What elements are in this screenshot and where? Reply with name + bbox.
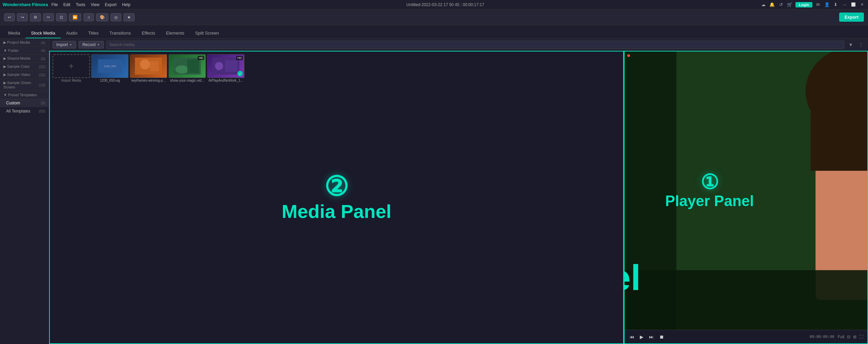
more-options-icon[interactable]: ⋮	[857, 41, 865, 48]
svg-point-3	[140, 59, 150, 69]
audio-button[interactable]: ♫	[83, 13, 94, 21]
fullscreen-button[interactable]: ⛶	[859, 335, 863, 339]
video-overlay-dot	[627, 54, 630, 57]
menu-tools[interactable]: Tools	[76, 2, 85, 7]
svg-rect-4	[150, 61, 159, 71]
cut-button[interactable]: ✂	[43, 13, 54, 21]
player-prev-button[interactable]: ⏮	[629, 333, 635, 341]
sidebar-section-shared-media[interactable]: ▶ Shared Media (0)	[0, 55, 49, 63]
media-item-2[interactable]: keyframes-winning-p...	[130, 54, 167, 82]
media-thumb-4: HD ✓	[207, 54, 244, 78]
player-panel: Player Panel ① Player Panel ⏮ ▶ ⏭	[624, 51, 868, 344]
panels-row: + Import Media 1200_650 1200_650-og	[49, 51, 868, 344]
nav-tabs: Media Stock Media Audio Titles Transitio…	[0, 25, 868, 39]
player-video: Player Panel ① Player Panel	[625, 52, 867, 330]
app-logo: Wondershare Filmora	[3, 2, 48, 7]
tab-media[interactable]: Media	[3, 28, 25, 38]
settings-button[interactable]: ⚙	[30, 13, 41, 21]
player-panel-name: Player Panel	[665, 193, 754, 209]
sidebar-section-sample-color[interactable]: ▶ Sample Color (25)	[0, 63, 49, 71]
tab-transitions[interactable]: Transitions	[104, 28, 136, 38]
player-right-controls: Full ⊟ ⊞ ⛶	[838, 335, 863, 339]
import-media-button[interactable]: +	[53, 54, 90, 78]
toolbar: ↩ ↪ ⚙ ✂ ⊡ ⏩ ♫ 🎨 ◎ ★ Export	[0, 9, 868, 25]
media-check-4: ✓	[237, 71, 243, 76]
maximize-button[interactable]: ⬜	[850, 2, 856, 8]
media-badge-3: HD	[198, 56, 204, 60]
import-button[interactable]: Import ▼	[53, 41, 76, 48]
tab-effects[interactable]: Effects	[136, 28, 161, 38]
svg-point-9	[215, 62, 223, 70]
window-title: Untitled-2022-03-22 17 50 45 : 00:00:17:…	[407, 2, 485, 7]
minimize-button[interactable]: ─	[842, 2, 848, 8]
main-area: ▶ Project Media (4) ▼ Folder (4) ▶ Share…	[0, 39, 868, 344]
media-item-1[interactable]: 1200_650 1200_650-og	[91, 54, 129, 82]
media-badge-4: HD	[236, 56, 243, 60]
zoom-out-button[interactable]: ⊟	[847, 335, 850, 339]
sidebar-item-custom[interactable]: Custom (0)	[0, 99, 49, 107]
export-button[interactable]: Export	[839, 13, 864, 22]
sidebar-section-sample-green[interactable]: ▶ Sample Green Screen (10)	[0, 79, 49, 91]
notification-icon[interactable]: 🔔	[769, 2, 775, 8]
menu-export[interactable]: Export	[105, 2, 117, 7]
import-media-label: Import Media	[53, 79, 90, 82]
login-button[interactable]: Login	[795, 2, 812, 7]
color-button[interactable]: 🎨	[96, 13, 108, 21]
cart-icon[interactable]: 🛒	[787, 2, 793, 8]
content-area: Import ▼ Record ▼ ▼ ⋮ + Import Media	[49, 39, 868, 344]
svg-point-6	[175, 65, 189, 74]
mail-icon[interactable]: ✉	[815, 2, 821, 8]
record-button[interactable]: Record ▼	[79, 41, 104, 48]
filter-icon[interactable]: ▼	[847, 41, 854, 48]
player-controls: ⏮ ▶ ⏭ ⏹ 00:00:00:00 Full ⊟ ⊞ ⛶	[625, 330, 867, 343]
close-button[interactable]: ✕	[859, 2, 865, 8]
player-video-bg: Player Panel ① Player Panel	[625, 52, 867, 330]
player-panel-label: ① Player Panel	[665, 172, 754, 209]
media-panel-name: Media Panel	[282, 200, 392, 222]
media-toolbar: Import ▼ Record ▼ ▼ ⋮	[49, 39, 868, 51]
ai-button[interactable]: ★	[123, 13, 135, 21]
player-play-button[interactable]: ▶	[639, 333, 645, 341]
media-panel-number: ②	[282, 173, 392, 200]
sidebar-section-folder[interactable]: ▼ Folder (4)	[0, 47, 49, 55]
tab-split-screen[interactable]: Split Screen	[190, 28, 224, 38]
tab-titles[interactable]: Titles	[83, 28, 104, 38]
menu-view[interactable]: View	[91, 2, 99, 7]
speed-button[interactable]: ⏩	[69, 13, 81, 21]
zoom-in-button[interactable]: ⊞	[853, 335, 856, 339]
tab-audio[interactable]: Audio	[61, 28, 83, 38]
sidebar-section-project-media[interactable]: ▶ Project Media (4)	[0, 39, 49, 47]
search-input[interactable]	[106, 41, 845, 49]
title-bar-menu: File Edit Tools View Export Help	[51, 2, 130, 7]
full-label: Full	[838, 335, 844, 339]
media-item-3[interactable]: HD show-your-magic-vid...	[169, 54, 206, 82]
media-label-1: 1200_650-og	[91, 79, 129, 82]
undo-button[interactable]: ↩	[4, 13, 15, 21]
tab-elements[interactable]: Elements	[160, 28, 190, 38]
media-thumb-1: 1200_650	[91, 54, 129, 78]
player-stop-button[interactable]: ⏹	[658, 333, 665, 341]
toolbar-left: ↩ ↪ ⚙ ✂ ⊡ ⏩ ♫ 🎨 ◎ ★	[4, 13, 135, 21]
sidebar-section-preset-templates[interactable]: ▼ Preset Templates	[0, 91, 49, 99]
sidebar-section-sample-video[interactable]: ▶ Sample Video (20)	[0, 71, 49, 79]
download-icon[interactable]: ⬇	[833, 2, 839, 8]
media-label-2: keyframes-winning-p...	[130, 79, 167, 82]
menu-edit[interactable]: Edit	[63, 2, 71, 7]
refresh-icon[interactable]: ↺	[778, 2, 784, 8]
svg-rect-25	[625, 270, 867, 330]
person-icon[interactable]: 👤	[824, 2, 830, 8]
media-label-4: AIPlayAndNoWork_1...	[207, 79, 244, 82]
menu-help[interactable]: Help	[122, 2, 131, 7]
sidebar-item-all-templates[interactable]: All Templates (50)	[0, 107, 49, 115]
stabilize-button[interactable]: ◎	[111, 13, 121, 21]
player-next-button[interactable]: ⏭	[648, 333, 655, 341]
title-bar: Wondershare Filmora File Edit Tools View…	[0, 0, 868, 9]
crop-button[interactable]: ⊡	[56, 13, 67, 21]
media-item-4[interactable]: HD ✓ AIPlayAndNoWork_1...	[207, 54, 244, 82]
redo-button[interactable]: ↪	[17, 13, 28, 21]
menu-file[interactable]: File	[51, 2, 58, 7]
media-label-3: show-your-magic-vid...	[169, 79, 206, 82]
cloud-icon[interactable]: ☁	[760, 2, 766, 8]
media-thumb-2	[130, 54, 167, 78]
tab-stock-media[interactable]: Stock Media	[25, 28, 61, 38]
